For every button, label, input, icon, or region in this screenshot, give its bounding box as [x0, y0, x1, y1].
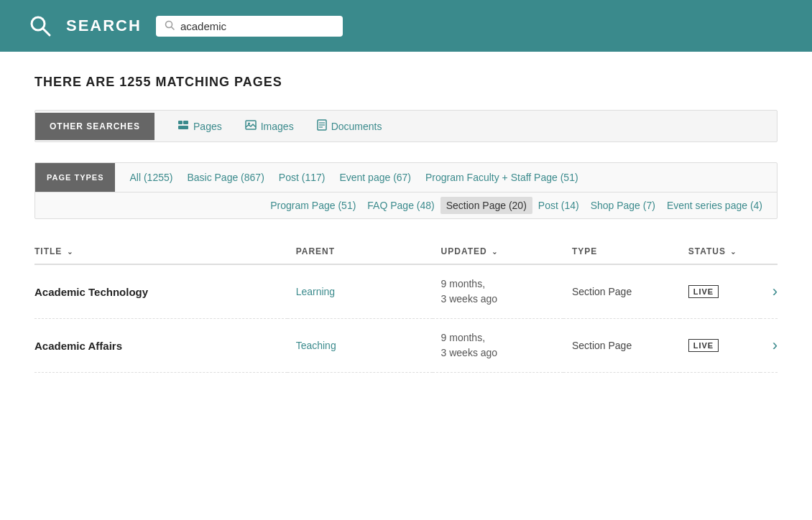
col-header-parent: PARENT: [287, 239, 433, 264]
documents-tab-label: Documents: [331, 121, 382, 132]
pages-tab[interactable]: Pages: [166, 111, 234, 141]
row2-updated: 9 months,3 weeks ago: [433, 319, 563, 373]
row1-chevron-icon[interactable]: ›: [772, 282, 778, 300]
row1-status: LIVE: [680, 264, 760, 319]
page-types-label: PAGE TYPES: [35, 163, 115, 192]
row1-type: Section Page: [563, 264, 680, 319]
page-type-event-series[interactable]: Event series page (4): [661, 197, 768, 214]
row2-status: LIVE: [680, 319, 760, 373]
col-header-action: [760, 239, 778, 264]
row1-updated: 9 months,3 weeks ago: [433, 264, 563, 319]
page-type-links-row1: All (1255) Basic Page (867) Post (117) E…: [115, 163, 592, 192]
row2-type: Section Page: [563, 319, 680, 373]
svg-rect-6: [178, 126, 188, 129]
page-type-faq[interactable]: FAQ Page (48): [361, 197, 440, 214]
other-searches-label: OTHER SEARCHES: [35, 113, 154, 140]
row1-title: Academic Technology: [34, 264, 287, 319]
search-input[interactable]: [180, 20, 324, 32]
documents-icon: [317, 119, 327, 133]
table-body: Academic Technology Learning 9 months,3 …: [34, 264, 778, 373]
col-header-title: TITLE ⌄: [34, 239, 287, 264]
page-type-program-faculty[interactable]: Program Faculty + Staff Page (51): [420, 169, 584, 186]
page-types-container: PAGE TYPES All (1255) Basic Page (867) P…: [34, 162, 778, 219]
svg-line-1: [43, 29, 50, 36]
row2-chevron-icon[interactable]: ›: [772, 336, 778, 354]
page-type-program[interactable]: Program Page (51): [264, 197, 361, 214]
table-row: Academic Affairs Teaching 9 months,3 wee…: [34, 319, 778, 373]
col-header-updated: UPDATED ⌄: [433, 239, 563, 264]
table-row: Academic Technology Learning 9 months,3 …: [34, 264, 778, 319]
row1-parent-link[interactable]: Learning: [296, 286, 336, 297]
pages-icon: [177, 120, 189, 132]
search-box[interactable]: [156, 16, 343, 37]
other-searches-bar: OTHER SEARCHES Pages: [34, 110, 778, 142]
page-type-all[interactable]: All (1255): [124, 169, 178, 186]
col-header-status: STATUS ⌄: [680, 239, 760, 264]
site-header: SEARCH: [0, 0, 812, 52]
results-count-heading: THERE ARE 1255 MATCHING PAGES: [34, 75, 778, 90]
other-searches-tabs: Pages Images: [154, 111, 405, 141]
updated-sort-icon[interactable]: ⌄: [492, 248, 498, 256]
images-tab[interactable]: Images: [234, 111, 305, 141]
page-types-row1: PAGE TYPES All (1255) Basic Page (867) P…: [35, 163, 777, 192]
header-title: SEARCH: [66, 17, 142, 35]
main-content: THERE ARE 1255 MATCHING PAGES OTHER SEAR…: [0, 52, 812, 396]
page-type-post117[interactable]: Post (117): [273, 169, 331, 186]
images-tab-label: Images: [261, 121, 294, 132]
search-input-icon: [165, 20, 175, 32]
row1-parent: Learning: [287, 264, 433, 319]
col-header-type: TYPE: [563, 239, 680, 264]
documents-tab[interactable]: Documents: [305, 111, 394, 141]
row1-live-badge: LIVE: [688, 285, 719, 298]
row2-parent-link[interactable]: Teaching: [296, 340, 336, 351]
row1-action[interactable]: ›: [760, 264, 778, 319]
svg-rect-5: [183, 121, 188, 124]
status-sort-icon[interactable]: ⌄: [730, 248, 737, 256]
svg-line-3: [171, 27, 174, 29]
page-type-post14[interactable]: Post (14): [532, 197, 585, 214]
page-type-event[interactable]: Event page (67): [333, 169, 417, 186]
svg-rect-4: [178, 121, 183, 124]
page-type-shop[interactable]: Shop Page (7): [585, 197, 661, 214]
row2-action[interactable]: ›: [760, 319, 778, 373]
page-type-basic[interactable]: Basic Page (867): [181, 169, 269, 186]
svg-point-8: [248, 123, 250, 125]
table-header: TITLE ⌄ PARENT UPDATED ⌄ TYPE STATUS ⌄: [34, 239, 778, 264]
search-logo-icon: [29, 14, 52, 37]
row2-title: Academic Affairs: [34, 319, 287, 373]
title-sort-icon[interactable]: ⌄: [67, 248, 73, 256]
row2-live-badge: LIVE: [688, 339, 719, 352]
pages-tab-label: Pages: [193, 121, 222, 132]
results-table: TITLE ⌄ PARENT UPDATED ⌄ TYPE STATUS ⌄ A…: [34, 239, 778, 373]
images-icon: [245, 120, 257, 132]
row2-parent: Teaching: [287, 319, 433, 373]
page-type-section[interactable]: Section Page (20): [440, 197, 532, 214]
page-types-row2: Program Page (51) FAQ Page (48) Section …: [35, 192, 777, 218]
